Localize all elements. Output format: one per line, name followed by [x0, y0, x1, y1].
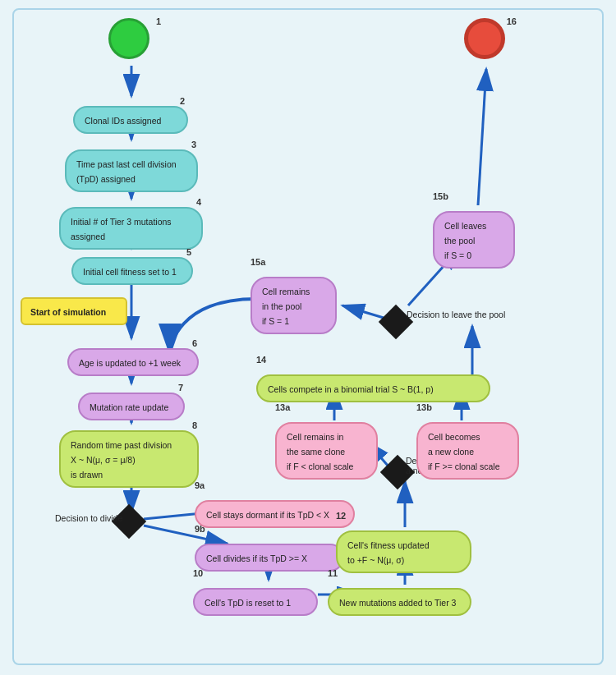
node-12: 12 Cell's fitness updatedto +F ~ N(μ, σ): [336, 521, 471, 573]
node-3: 3 Time past last cell division(TpD) assi…: [65, 140, 198, 192]
decision-clone: Decision to becomea new clone: [385, 460, 410, 488]
node-15a: 15a Cell remainsin the poolif S = 1: [251, 267, 337, 334]
node-2: 2 Clonal IDs assigned: [73, 96, 188, 134]
node-15b: 15b Cell leavesthe poolif S = 0: [433, 201, 515, 269]
svg-line-17: [478, 69, 486, 205]
node-10: 10 Cell's TpD is reset to 1: [193, 578, 318, 616]
node-11: 11 New mutations added to Tier 3: [328, 578, 471, 616]
decision-divide: Decision to divide: [117, 509, 141, 537]
node-4: 4 Initial # of Tier 3 mutations assigned: [59, 197, 203, 250]
node-5: 5 Initial cell fitness set to 1: [71, 247, 193, 285]
node-14: 14 Cells compete in a binomial trial S ~…: [256, 365, 490, 402]
node-8: 8 Random time past divisionX ~ N(μ, σ = …: [59, 420, 199, 488]
node-13a: 13a Cell remains inthe same cloneif F < …: [275, 412, 378, 480]
node-1: 1: [108, 18, 149, 59]
node-9a: 9a Cell stays dormant if its TpD < X: [195, 490, 355, 528]
decision-pool: Decision to leave the pool: [384, 310, 408, 338]
node-7: 7 Mutation rate update: [78, 383, 185, 420]
node-start-sim: Start of simulation: [21, 297, 127, 325]
node-6: 6 Age is updated to +1 week: [67, 338, 199, 376]
node-16: 16: [464, 18, 505, 59]
diagram-container: 1 2 Clonal IDs assigned 3 Time past last…: [12, 8, 604, 665]
node-13b: 13b Cell becomesa new cloneif F >= clona…: [416, 412, 519, 480]
node-9b: 9b Cell divides if its TpD >= X: [195, 534, 344, 572]
